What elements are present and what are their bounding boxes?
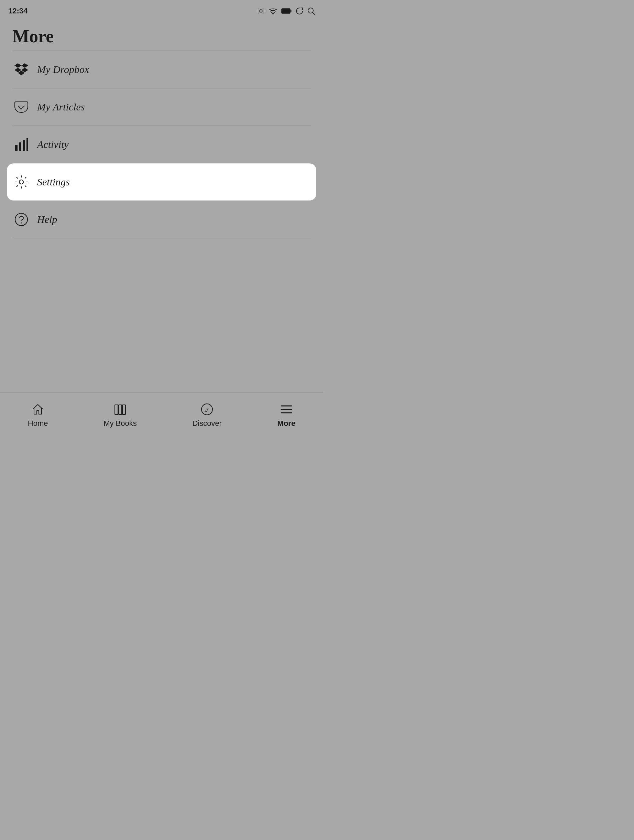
books-icon: [112, 402, 128, 417]
articles-label: My Articles: [37, 101, 85, 113]
nav-label-more: More: [278, 419, 296, 428]
svg-line-8: [263, 9, 263, 9]
nav-item-home[interactable]: Home: [21, 398, 55, 431]
svg-rect-21: [23, 141, 25, 151]
help-icon: [13, 210, 30, 228]
svg-rect-11: [290, 10, 292, 13]
nav-label-discover: Discover: [192, 419, 222, 428]
svg-point-23: [19, 180, 24, 184]
brightness-icon: [257, 7, 265, 15]
svg-point-0: [260, 9, 262, 13]
nav-item-mybooks[interactable]: My Books: [96, 398, 144, 431]
menu-item-settings[interactable]: Settings: [7, 163, 316, 201]
status-bar: 12:34: [0, 0, 323, 21]
svg-marker-15: [21, 63, 28, 68]
svg-point-25: [21, 223, 22, 224]
svg-line-13: [312, 13, 315, 14]
page-title: More: [13, 26, 311, 46]
search-icon[interactable]: [308, 7, 315, 15]
dropbox-label: My Dropbox: [37, 64, 89, 75]
svg-rect-26: [115, 405, 118, 415]
page-header: More: [0, 21, 323, 51]
dropbox-icon: [13, 60, 30, 79]
menu-list: My Dropbox My Articles Activity: [0, 51, 323, 238]
wifi-icon: [269, 8, 277, 14]
settings-label: Settings: [37, 176, 70, 188]
more-icon: [279, 402, 294, 417]
svg-rect-22: [27, 138, 28, 151]
svg-rect-20: [19, 142, 21, 151]
menu-item-dropbox[interactable]: My Dropbox: [0, 51, 323, 88]
svg-rect-27: [118, 405, 122, 415]
menu-item-activity[interactable]: Activity: [0, 126, 323, 163]
svg-marker-14: [14, 63, 21, 68]
svg-rect-19: [15, 145, 17, 151]
divider-5: [13, 238, 311, 238]
bottom-nav: Home My Books Discover: [0, 392, 323, 437]
gear-icon: [13, 173, 30, 191]
svg-marker-31: [205, 408, 208, 411]
status-icons: [257, 7, 315, 15]
help-label: Help: [37, 214, 57, 225]
nav-label-mybooks: My Books: [104, 419, 137, 428]
status-time: 12:34: [8, 6, 27, 16]
menu-item-help[interactable]: Help: [0, 201, 323, 238]
svg-line-5: [259, 9, 259, 9]
nav-label-home: Home: [28, 419, 48, 428]
home-icon: [30, 402, 46, 417]
nav-item-discover[interactable]: Discover: [185, 398, 229, 431]
svg-point-24: [15, 213, 27, 226]
svg-rect-28: [122, 405, 126, 415]
svg-rect-10: [282, 9, 290, 13]
battery-icon: [281, 8, 292, 14]
svg-point-9: [273, 13, 273, 14]
sync-icon: [296, 7, 303, 15]
pocket-icon: [13, 98, 30, 116]
menu-item-articles[interactable]: My Articles: [0, 88, 323, 126]
activity-label: Activity: [37, 139, 69, 150]
chart-icon: [13, 136, 30, 153]
nav-item-more[interactable]: More: [271, 398, 303, 431]
compass-icon: [199, 402, 214, 417]
